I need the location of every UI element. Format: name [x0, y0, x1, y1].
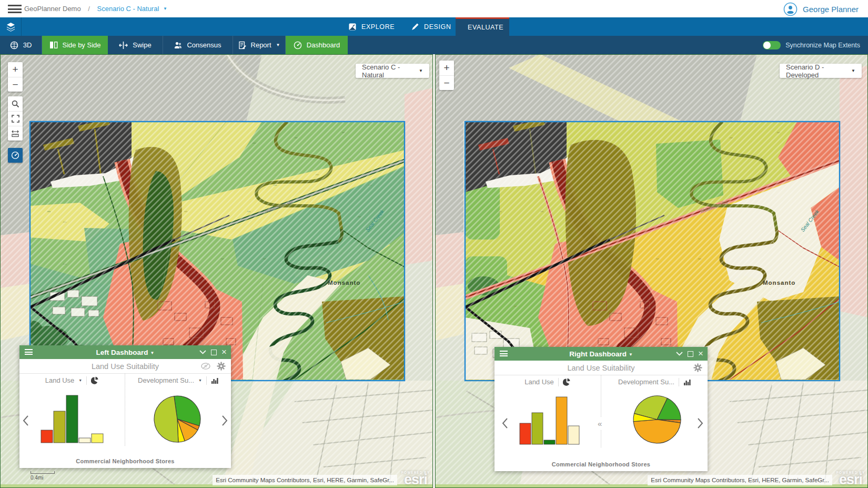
zoom-control: + − [8, 62, 23, 92]
collapse-icon[interactable] [676, 352, 683, 356]
carousel-prev-icon[interactable] [23, 415, 29, 426]
widget-land-use: Land Use [494, 375, 601, 447]
right-dashboard-subtitle: Land Use Suitability [567, 364, 634, 372]
right-dashboard-title[interactable]: Right Dashboard [569, 350, 627, 358]
map-panel-right: Monsanto Seal Creek Waterfront Rd + − Sc… [435, 54, 868, 488]
map-tools [8, 96, 23, 141]
esri-logo-left: POWERED BY esri [400, 471, 431, 485]
left-dashboard-header[interactable]: Left Dashboard▼ × [19, 345, 231, 359]
search-button[interactable] [8, 96, 23, 111]
zoom-out-button[interactable]: − [8, 77, 23, 92]
map-area: Monsanto Seal Creek Waterfront Rd + − [0, 54, 868, 488]
consensus-button[interactable]: Consensus [163, 36, 233, 54]
tab-evaluate[interactable]: EVALUATE [456, 17, 509, 36]
tab-explore-label: EXPLORE [361, 23, 395, 31]
attribution-left: Esri Community Maps Contributors, Esri, … [213, 475, 397, 485]
place-label: Monsanto [763, 280, 795, 286]
close-icon[interactable]: × [221, 350, 227, 355]
main-navbar: EXPLORE DESIGN EVALUATE [0, 17, 868, 36]
left-dashboard-title[interactable]: Left Dashboard [96, 348, 148, 356]
app-header: GeoPlanner Demo / Scenario C - Natural ▼… [0, 0, 868, 17]
carousel-next-icon[interactable] [697, 417, 703, 429]
3d-button[interactable]: 3D [0, 36, 42, 54]
dashboard-button[interactable]: Dashboard [286, 36, 348, 54]
measure-button[interactable] [8, 126, 23, 141]
tab-explore[interactable]: EXPLORE [341, 17, 402, 36]
full-extent-icon [12, 115, 19, 123]
search-icon [12, 100, 19, 108]
dashboard-menu-icon[interactable] [500, 351, 508, 358]
side-by-side-label: Side by Side [63, 41, 101, 49]
esri-logo-right: POWERED BY esri [835, 471, 866, 485]
tab-design[interactable]: DESIGN [404, 17, 459, 36]
scenario-selector-right-value: Scenario D - Developed [786, 63, 847, 79]
widget-land-use-label[interactable]: Land Use [45, 376, 75, 384]
dashboard-tool-icon [11, 151, 19, 160]
tab-design-label: DESIGN [424, 23, 451, 31]
left-dashboard-subtitle: Land Use Suitability [92, 362, 159, 371]
zoom-in-button[interactable]: + [439, 61, 454, 75]
measure-icon [11, 130, 19, 137]
breadcrumb-separator: / [88, 5, 90, 13]
scenario-selector-right[interactable]: Scenario D - Developed ▼ [780, 64, 862, 78]
carousel-next-icon[interactable] [221, 415, 228, 426]
caret-down-icon[interactable]: ▼ [163, 6, 167, 11]
eye-slash-icon[interactable] [201, 363, 211, 370]
sync-extents-control: Synchronize Map Extents [763, 36, 860, 54]
consensus-label: Consensus [187, 41, 221, 49]
carousel-prev-icon[interactable] [502, 417, 508, 429]
map-panel-left: Monsanto Seal Creek Waterfront Rd + − [0, 54, 433, 488]
caret-down-icon[interactable]: ▼ [78, 379, 82, 382]
consensus-icon [174, 41, 182, 49]
user-avatar-icon [783, 2, 798, 16]
zoom-out-button[interactable]: − [439, 75, 454, 90]
left-dashboard-panel: Left Dashboard▼ × Land Use Suitability [19, 345, 231, 468]
explore-icon [348, 23, 357, 31]
caret-down-icon[interactable]: ▼ [198, 379, 202, 382]
widget-dev-su-label[interactable]: Development Su... [138, 376, 194, 384]
dashboard-menu-icon[interactable] [25, 349, 33, 356]
divider-collapse-icon[interactable]: « [598, 417, 602, 430]
sync-toggle-label: Synchronize Map Extents [785, 42, 860, 49]
scenario-selector-left-value: Scenario C - Natural [362, 63, 415, 79]
layers-button[interactable] [0, 17, 22, 36]
side-by-side-icon [49, 41, 58, 49]
report-label: Report [251, 41, 271, 49]
3d-label: 3D [23, 41, 32, 49]
widget-development-suitability: Development Su... ▼ [125, 374, 231, 446]
zoom-control: + − [439, 61, 454, 90]
breadcrumb: GeoPlanner Demo / Scenario C - Natural ▼ [24, 5, 167, 13]
swipe-button[interactable]: Swipe [108, 36, 163, 54]
design-pencil-icon [411, 23, 419, 31]
breadcrumb-scenario[interactable]: Scenario C - Natural [97, 5, 159, 13]
zoom-in-button[interactable]: + [8, 62, 23, 77]
breadcrumb-app[interactable]: GeoPlanner Demo [24, 5, 81, 13]
bar-chart-icon[interactable] [683, 379, 691, 386]
scale-label: 0.4mi [31, 475, 43, 481]
dashboard-tool-button[interactable] [8, 148, 23, 163]
collapse-icon[interactable] [199, 350, 206, 354]
right-dashboard-header[interactable]: Right Dashboard▼ × [494, 347, 708, 361]
maximize-icon[interactable] [211, 350, 217, 355]
bar-chart-icon[interactable] [211, 377, 218, 384]
tab-evaluate-label: EVALUATE [468, 24, 503, 31]
close-icon[interactable]: × [698, 351, 703, 356]
report-button[interactable]: Report ▼ [233, 36, 286, 54]
extent-button[interactable] [8, 111, 23, 126]
right-dashboard-footer: Commercial Neighborhood Stores [494, 461, 708, 467]
side-by-side-button[interactable]: Side by Side [42, 36, 108, 54]
scenario-selector-left[interactable]: Scenario C - Natural ▼ [356, 64, 429, 78]
user-chip[interactable]: George Planner [783, 2, 859, 16]
sync-toggle[interactable] [763, 41, 781, 49]
gear-icon[interactable] [217, 362, 226, 371]
report-icon [238, 41, 246, 49]
scale-bar: 0.4mi [31, 471, 55, 481]
menu-icon[interactable] [8, 5, 22, 15]
pie-chart-icon[interactable] [563, 378, 571, 386]
evaluate-toolbar: 3D Side by Side Swipe Consensus Repo [0, 36, 868, 54]
gear-icon[interactable] [693, 363, 702, 372]
maximize-icon[interactable] [688, 351, 693, 357]
pie-chart-icon[interactable] [91, 376, 99, 384]
widget-dev-su-label[interactable]: Development Su... [618, 378, 674, 386]
widget-land-use-label[interactable]: Land Use [524, 378, 554, 386]
